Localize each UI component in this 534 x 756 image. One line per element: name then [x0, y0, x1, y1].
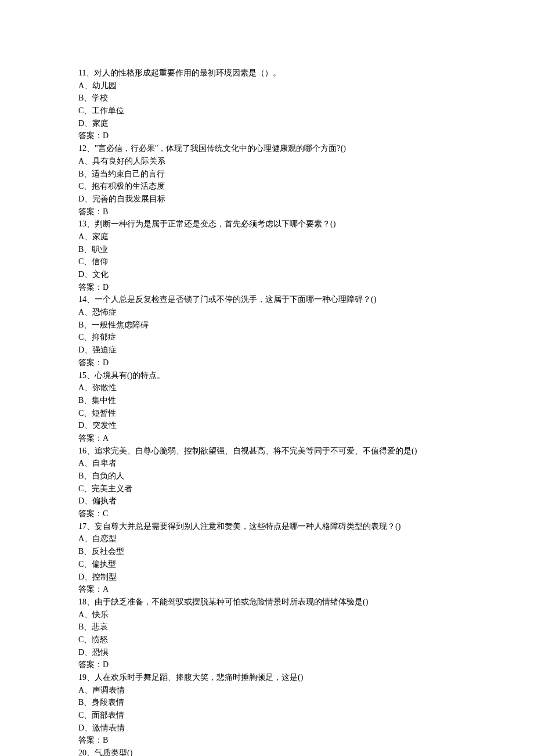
option-text: 、控制型: [84, 573, 117, 581]
option-label: A: [78, 308, 84, 316]
option-text: 、抑郁症: [84, 333, 116, 341]
option-line: B、一般性焦虑障碍: [78, 319, 456, 332]
option-line: D、控制型: [78, 571, 456, 584]
question-text: 、一个人总是反复检查是否锁了门或不停的洗手，这属于下面哪一种心理障碍？(): [86, 295, 376, 304]
option-text: 、抱有积极的生活态度: [84, 182, 165, 190]
option-line: C、面部表情: [78, 709, 456, 722]
question-stem: 19、人在欢乐时手舞足蹈、捧腹大笑，悲痛时捶胸顿足，这是(): [78, 671, 456, 684]
option-line: A、声调表情: [78, 684, 456, 697]
option-line: C、愤怒: [78, 633, 456, 646]
option-line: A、幼儿园: [78, 80, 456, 92]
option-label: C: [78, 333, 84, 341]
option-line: A、具有良好的人际关系: [78, 155, 456, 168]
question-number: 19: [78, 673, 86, 682]
option-label: A: [78, 610, 84, 619]
option-line: D、完善的自我发展目标: [78, 193, 456, 206]
option-line: A、快乐: [78, 609, 456, 621]
answer-label: 答案：: [78, 283, 103, 291]
question-stem: 16、追求完美、自尊心脆弱、控制欲望强、自视甚高、将不完美等同于不可爱、不值得爱…: [78, 445, 456, 458]
option-label: B: [78, 396, 84, 405]
answer-value: A: [103, 434, 109, 442]
question-text: 、由于缺乏准备，不能驾驭或摆脱某种可怕或危险情景时所表现的情绪体验是(): [86, 597, 368, 606]
option-line: C、工作单位: [78, 105, 456, 117]
option-text: 、一般性焦虑障碍: [84, 321, 149, 329]
option-text: 、职业: [84, 245, 108, 254]
answer-label: 答案：: [78, 509, 103, 518]
question-stem: 17、妄自尊大并总是需要得到别人注意和赞美，这些特点是哪一种人格障碍类型的表现？…: [78, 520, 456, 533]
option-text: 、完美主义者: [84, 484, 132, 493]
answer-label: 答案：: [78, 131, 103, 140]
question-text: 、妄自尊大并总是需要得到别人注意和赞美，这些特点是哪一种人格障碍类型的表现？(): [86, 522, 400, 531]
option-text: 、具有良好的人际关系: [84, 157, 165, 165]
option-label: D: [78, 421, 84, 430]
answer-label: 答案：: [78, 207, 103, 216]
option-label: C: [78, 560, 84, 568]
option-line: C、偏执型: [78, 558, 456, 571]
option-text: 、愤怒: [84, 635, 108, 644]
answer-line: 答案：B: [78, 734, 456, 747]
question-text: 、气质类型(): [86, 748, 132, 756]
option-label: B: [78, 245, 84, 254]
option-label: B: [78, 622, 84, 631]
option-text: 、自负的人: [84, 471, 124, 480]
option-line: D、突发性: [78, 419, 456, 432]
option-text: 、身段表情: [84, 698, 124, 707]
option-label: A: [78, 157, 84, 165]
question-number: 20: [78, 748, 86, 756]
option-line: A、家庭: [78, 231, 456, 243]
option-label: B: [78, 321, 84, 329]
question-text: 、"言必信，行必果"，体现了我国传统文化中的心理健康观的哪个方面?(): [86, 144, 346, 153]
option-label: C: [78, 635, 84, 644]
option-text: 、激情表情: [84, 723, 125, 732]
option-line: D、家庭: [78, 117, 456, 130]
option-line: B、自负的人: [78, 470, 456, 483]
option-text: 、悲哀: [84, 622, 108, 631]
answer-label: 答案：: [78, 358, 103, 367]
option-line: B、职业: [78, 243, 456, 256]
option-line: C、信仰: [78, 255, 456, 268]
answer-line: 答案：A: [78, 583, 456, 596]
question-stem: 13、判断一种行为是属于正常还是变态，首先必须考虑以下哪个要素？(): [78, 218, 456, 231]
option-text: 、完善的自我发展目标: [84, 195, 165, 203]
answer-line: 答案：D: [78, 129, 456, 142]
option-label: A: [78, 534, 84, 543]
option-text: 、反社会型: [84, 547, 124, 556]
option-label: C: [78, 106, 84, 115]
option-label: C: [78, 711, 84, 719]
option-label: B: [78, 93, 84, 102]
option-label: D: [78, 573, 84, 581]
option-line: B、悲哀: [78, 621, 456, 633]
option-text: 、弥散性: [84, 383, 117, 392]
option-line: A、恐怖症: [78, 306, 456, 319]
question-stem: 11、对人的性格形成起重要作用的最初环境因素是（）。: [78, 67, 456, 80]
option-line: D、文化: [78, 268, 456, 281]
answer-value: B: [103, 207, 108, 216]
option-text: 、偏执型: [84, 560, 116, 568]
option-text: 、集中性: [84, 396, 116, 405]
question-number: 17: [78, 522, 86, 531]
question-stem: 12、"言必信，行必果"，体现了我国传统文化中的心理健康观的哪个方面?(): [78, 142, 456, 155]
question-text: 、心境具有()的特点。: [86, 371, 165, 380]
answer-line: 答案：C: [78, 507, 456, 520]
answer-label: 答案：: [78, 660, 103, 669]
answer-line: 答案：D: [78, 357, 456, 369]
option-line: B、身段表情: [78, 696, 456, 709]
option-label: D: [78, 723, 84, 732]
question-number: 11: [78, 69, 86, 77]
answer-line: 答案：B: [78, 206, 456, 218]
question-number: 12: [78, 144, 86, 153]
option-label: D: [78, 119, 84, 128]
option-text: 、幼儿园: [84, 81, 117, 90]
option-text: 、适当约束自己的言行: [84, 170, 165, 178]
answer-value: C: [103, 509, 108, 518]
option-text: 、强迫症: [84, 345, 117, 354]
answer-value: D: [103, 283, 109, 291]
option-line: A、自卑者: [78, 457, 456, 470]
option-line: D、激情表情: [78, 722, 456, 735]
option-text: 、信仰: [84, 257, 108, 266]
answer-value: B: [103, 736, 108, 744]
question-stem: 18、由于缺乏准备，不能驾驭或摆脱某种可怕或危险情景时所表现的情绪体验是(): [78, 596, 456, 609]
option-line: C、短暂性: [78, 407, 456, 420]
document-page: 11、对人的性格形成起重要作用的最初环境因素是（）。A、幼儿园B、学校C、工作单…: [0, 0, 534, 756]
option-label: A: [78, 459, 84, 467]
